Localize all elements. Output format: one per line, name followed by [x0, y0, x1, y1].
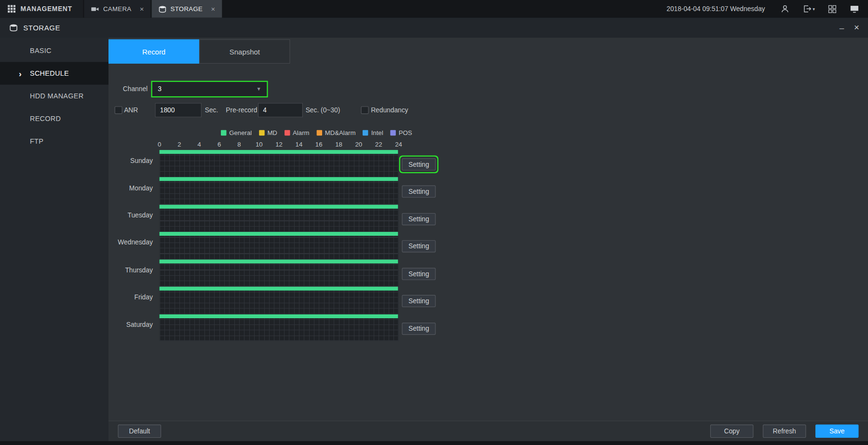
sidebar-item-label: BASIC: [30, 47, 52, 54]
schedule-row-tuesday[interactable]: [160, 204, 398, 231]
sidebar-item-label: SCHEDULE: [30, 69, 69, 77]
schedule-row-saturday[interactable]: [160, 313, 398, 341]
record-snapshot-tabs: Record Snapshot: [108, 40, 290, 64]
legend-item-alarm: Alarm: [285, 130, 310, 136]
save-button[interactable]: Save: [815, 424, 859, 438]
sidebar-item-label: RECORD: [30, 115, 61, 122]
day-label-sunday: Sunday: [108, 149, 155, 177]
topbar-icon-group: ▾: [781, 4, 859, 13]
legend-item-md-alarm: MD&Alarm: [316, 130, 355, 136]
window-titlebar: STORAGE – ×: [0, 18, 868, 38]
storage-tab-close-icon[interactable]: ×: [211, 5, 215, 13]
schedule-row-monday[interactable]: [160, 177, 398, 204]
prerecord-unit-label: Sec. (0~30): [306, 103, 340, 118]
chevron-right-icon: ›: [19, 68, 22, 78]
md-alarm-swatch: [316, 130, 322, 135]
legend-item-pos: POS: [391, 130, 412, 136]
storage-icon: [158, 5, 166, 13]
legend-label: MD&Alarm: [325, 130, 356, 136]
anr-checkbox[interactable]: [115, 106, 122, 114]
top-tab-camera[interactable]: CAMERA ×: [84, 0, 150, 18]
setting-button-thursday[interactable]: Setting: [402, 268, 435, 280]
alarm-swatch: [285, 130, 290, 135]
schedule-row-thursday[interactable]: [160, 259, 398, 286]
day-label-thursday: Thursday: [108, 259, 155, 286]
day-label-monday: Monday: [108, 177, 155, 204]
copy-button[interactable]: Copy: [710, 424, 754, 438]
setting-button-saturday[interactable]: Setting: [402, 323, 435, 335]
anr-label: ANR: [124, 103, 138, 118]
storage-schedule-screen: MANAGEMENT CAMERA × STORAGE ×: [0, 0, 868, 445]
sidebar-item-ftp[interactable]: FTP: [0, 130, 108, 153]
schedule-bar-general[interactable]: [160, 150, 398, 154]
user-icon[interactable]: [781, 4, 789, 13]
chevron-down-icon: ▼: [257, 86, 261, 92]
legend-item-md: MD: [259, 130, 277, 136]
setting-button-wednesday[interactable]: Setting: [402, 241, 435, 253]
management-label: MANAGEMENT: [20, 5, 72, 13]
md-swatch: [259, 130, 264, 135]
refresh-button[interactable]: Refresh: [763, 424, 806, 438]
schedule-grid[interactable]: [160, 149, 399, 341]
schedule-row-wednesday[interactable]: [160, 231, 398, 259]
channel-select[interactable]: 3 ▼: [151, 81, 268, 97]
sidebar-item-schedule[interactable]: › SCHEDULE: [0, 62, 108, 85]
channel-value: 3: [158, 85, 162, 93]
logout-icon[interactable]: ▾: [803, 4, 815, 13]
schedule-bar-general[interactable]: [160, 177, 398, 181]
sidebar: BASIC › SCHEDULE HDD MANAGER RECORD FTP: [0, 38, 108, 441]
logout-caret-icon: ▾: [813, 6, 815, 11]
datetime-display: 2018-04-04 09:51:07 Wednesday: [666, 5, 765, 13]
tab-snapshot[interactable]: Snapshot: [199, 40, 290, 64]
schedule-bar-general[interactable]: [160, 205, 398, 209]
prerecord-label: Pre-record: [226, 103, 257, 118]
tab-record[interactable]: Record: [108, 40, 199, 64]
camera-tab-close-icon[interactable]: ×: [140, 5, 144, 13]
legend-label: Intel: [371, 130, 383, 136]
minimize-icon[interactable]: –: [840, 23, 844, 33]
intel-swatch: [363, 130, 368, 135]
schedule-row-sunday[interactable]: [160, 149, 398, 177]
top-tab-camera-label: CAMERA: [103, 5, 132, 12]
sidebar-item-label: HDD MANAGER: [30, 92, 83, 100]
schedule-bar-general[interactable]: [160, 287, 398, 291]
schedule-bar-general[interactable]: [160, 314, 398, 318]
schedule-bar-general[interactable]: [160, 232, 398, 236]
redundancy-label: Redundancy: [371, 103, 408, 118]
sidebar-item-label: FTP: [30, 137, 43, 145]
day-label-friday: Friday: [108, 286, 155, 314]
day-label-tuesday: Tuesday: [108, 204, 155, 231]
day-label-wednesday: Wednesday: [108, 231, 155, 259]
setting-button-friday[interactable]: Setting: [402, 295, 435, 307]
hour-scale: 024 6810 121416 182022 24: [153, 141, 405, 148]
channel-label: Channel: [123, 81, 148, 97]
display-icon[interactable]: [850, 4, 859, 13]
top-tab-storage[interactable]: STORAGE ×: [151, 0, 221, 18]
schedule-bar-general[interactable]: [160, 259, 398, 263]
window-storage-icon: [9, 23, 18, 32]
modules-grid-icon[interactable]: [828, 5, 836, 13]
setting-button-monday[interactable]: Setting: [402, 186, 435, 198]
redundancy-checkbox[interactable]: [361, 106, 368, 114]
sidebar-item-record[interactable]: RECORD: [0, 108, 108, 130]
legend-label: General: [229, 130, 252, 136]
day-label-column: Sunday Monday Tuesday Wednesday Thursday…: [108, 149, 155, 341]
sidebar-item-hdd-manager[interactable]: HDD MANAGER: [0, 85, 108, 108]
apps-grid-icon: [8, 5, 15, 13]
anr-input[interactable]: [155, 103, 201, 118]
sidebar-item-basic[interactable]: BASIC: [0, 40, 108, 62]
default-button[interactable]: Default: [118, 424, 162, 438]
general-swatch: [221, 130, 226, 135]
close-icon[interactable]: ×: [854, 23, 859, 33]
day-label-saturday: Saturday: [108, 313, 155, 341]
legend-label: MD: [267, 130, 277, 136]
pos-swatch: [391, 130, 396, 135]
window-title: STORAGE: [23, 24, 60, 32]
window-body: BASIC › SCHEDULE HDD MANAGER RECORD FTP …: [0, 38, 868, 441]
schedule-row-friday[interactable]: [160, 286, 398, 314]
record-type-legend: General MD Alarm MD&Alarm Intel: [221, 130, 412, 136]
management-menu[interactable]: MANAGEMENT: [0, 0, 83, 18]
prerecord-input[interactable]: [258, 103, 303, 118]
setting-button-sunday[interactable]: Setting: [402, 158, 435, 170]
setting-button-tuesday[interactable]: Setting: [402, 213, 435, 225]
